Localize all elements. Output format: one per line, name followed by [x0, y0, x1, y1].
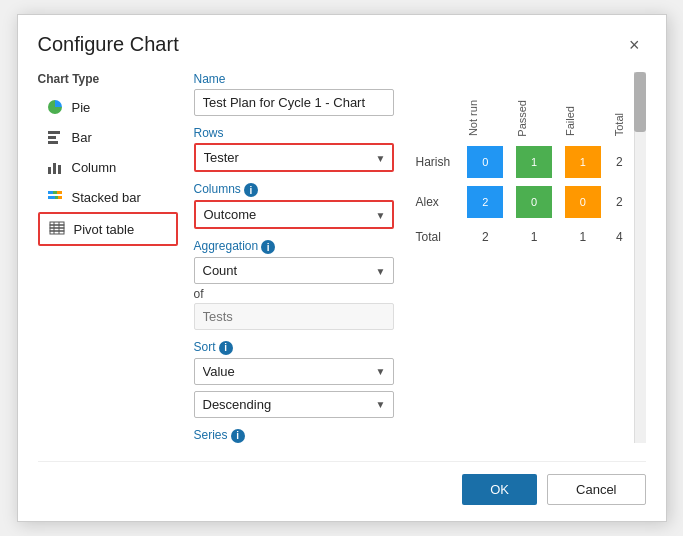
pivot-cell-harish-total: 2	[607, 142, 631, 182]
of-input	[194, 303, 394, 330]
chart-type-stacked-bar[interactable]: Stacked bar	[38, 182, 178, 212]
ok-button[interactable]: OK	[462, 474, 537, 505]
columns-label: Columnsi	[194, 182, 394, 197]
chart-type-panel: Chart Type Pie	[38, 72, 178, 442]
column-icon	[46, 158, 64, 176]
sort-value-select-wrap: Value ▼	[194, 358, 394, 385]
pivot-col-failed: Failed	[558, 72, 607, 142]
series-label: Seriesi	[194, 428, 394, 443]
columns-select-wrap: Outcome ▼	[194, 200, 394, 229]
svg-rect-11	[58, 196, 62, 199]
dialog-header: Configure Chart ×	[38, 33, 646, 56]
chart-scrollbar-track[interactable]	[634, 72, 646, 442]
chart-scrollbar-thumb[interactable]	[634, 72, 646, 132]
pivot-total-passed: 1	[510, 222, 559, 246]
chart-type-label: Chart Type	[38, 72, 178, 86]
pivot-table-icon	[48, 220, 66, 238]
bar-icon	[46, 128, 64, 146]
chart-type-list: Pie Bar	[38, 92, 178, 246]
pivot-table: Not run Passed Failed Total Harish	[410, 72, 632, 246]
chart-type-pivot-table[interactable]: Pivot table	[38, 212, 178, 246]
svg-rect-4	[53, 163, 56, 174]
aggregation-select-wrap: Count ▼	[194, 257, 394, 284]
close-button[interactable]: ×	[623, 34, 646, 56]
rows-label: Rows	[194, 126, 394, 140]
pivot-row-name-alex: Alex	[410, 182, 461, 222]
pivot-cell-alex-failed: 0	[558, 182, 607, 222]
pivot-col-passed: Passed	[510, 72, 559, 142]
pivot-row-header	[410, 72, 461, 142]
pivot-total-label: Total	[410, 222, 461, 246]
pivot-total-notrun: 2	[461, 222, 510, 246]
aggregation-info-icon: i	[261, 240, 275, 254]
pivot-total-failed: 1	[558, 222, 607, 246]
svg-rect-8	[57, 191, 62, 194]
svg-rect-7	[53, 191, 57, 194]
rows-select[interactable]: Tester	[194, 143, 394, 172]
name-label: Name	[194, 72, 394, 86]
svg-rect-0	[48, 131, 60, 134]
sort-order-select[interactable]: Descending	[194, 391, 394, 418]
pivot-col-not-run: Not run	[461, 72, 510, 142]
sort-info-icon: i	[219, 341, 233, 355]
sort-value-select[interactable]: Value	[194, 358, 394, 385]
sort-order-select-wrap: Descending ▼	[194, 391, 394, 418]
chart-type-pie[interactable]: Pie	[38, 92, 178, 122]
pivot-total-all: 4	[607, 222, 631, 246]
pivot-cell-harish-notrun: 0	[461, 142, 510, 182]
stacked-bar-icon	[46, 188, 64, 206]
form-panel: Name Rows Tester ▼ Columnsi Outcome ▼ Ag…	[194, 72, 394, 442]
pivot-col-total: Total	[607, 72, 631, 142]
pivot-cell-harish-passed: 1	[510, 142, 559, 182]
chart-type-pie-label: Pie	[72, 100, 91, 115]
svg-rect-9	[48, 196, 55, 199]
chart-type-column-label: Column	[72, 160, 117, 175]
series-info-icon: i	[231, 429, 245, 443]
table-row-total: Total 2 1 1 4	[410, 222, 632, 246]
chart-type-column[interactable]: Column	[38, 152, 178, 182]
svg-rect-15	[50, 231, 64, 234]
svg-rect-5	[58, 165, 61, 174]
chart-type-bar[interactable]: Bar	[38, 122, 178, 152]
svg-rect-6	[48, 191, 53, 194]
columns-info-icon: i	[244, 183, 258, 197]
table-row: Harish 0 1	[410, 142, 632, 182]
pie-icon	[46, 98, 64, 116]
name-input[interactable]	[194, 89, 394, 116]
svg-rect-10	[55, 196, 58, 199]
chart-type-pivot-label: Pivot table	[74, 222, 135, 237]
sort-label: Sorti	[194, 340, 394, 355]
pivot-cell-alex-notrun: 2	[461, 182, 510, 222]
pivot-cell-alex-total: 2	[607, 182, 631, 222]
rows-select-wrap: Tester ▼	[194, 143, 394, 172]
cancel-button[interactable]: Cancel	[547, 474, 645, 505]
aggregation-label: Aggregationi	[194, 239, 394, 254]
dialog-title: Configure Chart	[38, 33, 179, 56]
svg-rect-3	[48, 167, 51, 174]
pivot-cell-harish-failed: 1	[558, 142, 607, 182]
aggregation-select[interactable]: Count	[194, 257, 394, 284]
chart-type-bar-label: Bar	[72, 130, 92, 145]
dialog-footer: OK Cancel	[38, 461, 646, 505]
table-row: Alex 2 0	[410, 182, 632, 222]
dialog-body: Chart Type Pie	[38, 72, 646, 442]
chart-area: Not run Passed Failed Total Harish	[410, 72, 646, 442]
configure-chart-dialog: Configure Chart × Chart Type Pie	[17, 14, 667, 521]
chart-preview-wrap: Not run Passed Failed Total Harish	[410, 72, 646, 442]
of-label: of	[194, 287, 394, 301]
pivot-row-name-harish: Harish	[410, 142, 461, 182]
svg-rect-1	[48, 136, 56, 139]
chart-type-stacked-bar-label: Stacked bar	[72, 190, 141, 205]
pivot-cell-alex-passed: 0	[510, 182, 559, 222]
columns-select[interactable]: Outcome	[194, 200, 394, 229]
svg-rect-2	[48, 141, 58, 144]
